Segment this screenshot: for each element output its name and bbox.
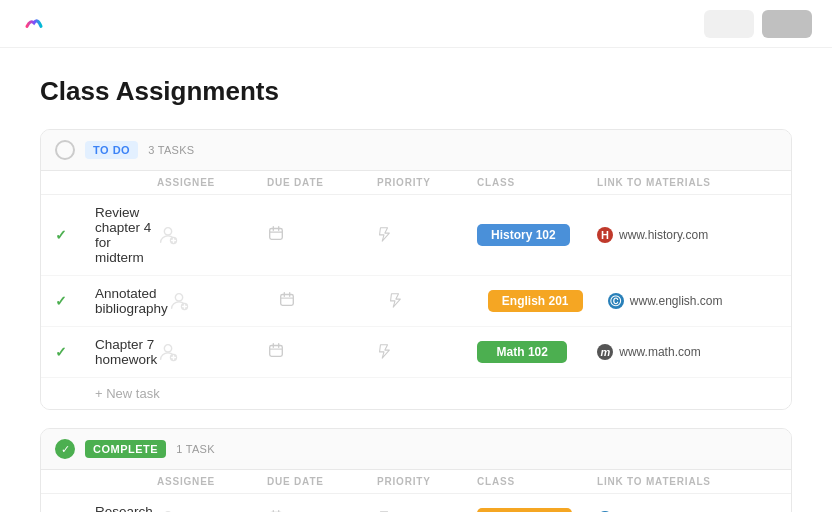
page-title: Class Assignments [40,76,792,107]
assignee-icon[interactable] [168,290,278,312]
col-headers-todo: ASSIGNEE DUE DATE PRIORITY CLASS LINK TO… [41,171,791,195]
date-icon[interactable] [278,290,388,312]
main-content: Class Assignments TO DO 3 TASKS ASSIGNEE… [0,48,832,512]
task-row: ✓ Annotated bibliography [41,276,791,327]
priority-icon[interactable] [388,292,488,311]
task-name: Annotated bibliography [95,286,168,316]
col-class-c: CLASS [477,476,597,487]
new-task-button[interactable]: + New task [41,378,791,409]
todo-task-count: 3 TASKS [148,144,194,156]
link-text: www.history.com [619,228,708,242]
todo-status-circle [55,140,75,160]
col-duedate-0: DUE DATE [267,177,377,188]
top-bar-right [704,10,812,38]
svg-rect-2 [270,229,283,240]
svg-rect-5 [281,295,294,306]
task-row: ✓ Review chapter 4 for midterm [41,195,791,276]
material-link[interactable]: m www.math.com [597,344,777,360]
col-materials-c: LINK TO MATERIALS [597,476,777,487]
assignee-icon[interactable] [157,508,267,512]
svg-rect-8 [270,346,283,357]
complete-task-count: 1 TASK [176,443,215,455]
top-button-2[interactable] [762,10,812,38]
col-task [95,177,157,188]
assignee-icon[interactable] [157,341,267,363]
col-duedate-c: DUE DATE [267,476,377,487]
class-label: English 201 [477,508,572,512]
col-task-c [95,476,157,487]
svg-point-0 [164,228,171,235]
class-label: Math 102 [477,341,567,363]
date-icon[interactable] [267,341,377,363]
task-row: ✓ Chapter 7 homework [41,327,791,378]
col-priority-0: PRIORITY [377,177,477,188]
class-badge: Math 102 [477,341,597,363]
class-label: English 201 [488,290,583,312]
col-headers-complete: ASSIGNEE DUE DATE PRIORITY CLASS LINK TO… [41,470,791,494]
material-link[interactable]: H www.history.com [597,227,777,243]
date-icon[interactable] [267,508,377,512]
link-icon-english: Ⓒ [608,293,624,309]
col-materials-0: LINK TO MATERIALS [597,177,777,188]
top-bar [0,0,832,48]
date-icon[interactable] [267,224,377,246]
assignee-icon[interactable] [157,224,267,246]
col-class-0: CLASS [477,177,597,188]
link-icon-math: m [597,344,613,360]
material-link[interactable]: Ⓒ www.english.com [608,293,788,309]
col-assignee-c: ASSIGNEE [157,476,267,487]
section-header-todo: TO DO 3 TASKS [41,130,791,171]
todo-badge: TO DO [85,141,138,159]
svg-point-3 [175,294,182,301]
check-icon: ✓ [55,344,95,360]
section-header-complete: ✓ COMPLETE 1 TASK [41,429,791,470]
check-icon: ✓ [55,293,95,309]
link-icon-history: H [597,227,613,243]
check-icon: ✓ [55,227,95,243]
link-text: www.math.com [619,345,700,359]
logo [20,8,48,40]
svg-point-6 [165,345,172,352]
class-badge: English 201 [488,290,608,312]
col-check [55,177,95,188]
col-priority-c: PRIORITY [377,476,477,487]
task-name: Chapter 7 homework [95,337,157,367]
link-text: www.english.com [630,294,723,308]
task-name: Research paper [95,504,157,512]
class-label: History 102 [477,224,570,246]
task-row: ✓ Research paper [41,494,791,512]
complete-status-circle: ✓ [55,439,75,459]
priority-icon[interactable] [377,343,477,362]
col-assignee-0: ASSIGNEE [157,177,267,188]
class-badge: History 102 [477,224,597,246]
col-check-c [55,476,95,487]
section-todo: TO DO 3 TASKS ASSIGNEE DUE DATE PRIORITY… [40,129,792,410]
task-name: Review chapter 4 for midterm [95,205,157,265]
top-button-1[interactable] [704,10,754,38]
priority-icon[interactable] [377,226,477,245]
class-badge: English 201 [477,508,597,512]
complete-badge: COMPLETE [85,440,166,458]
section-complete: ✓ COMPLETE 1 TASK ASSIGNEE DUE DATE PRIO… [40,428,792,512]
